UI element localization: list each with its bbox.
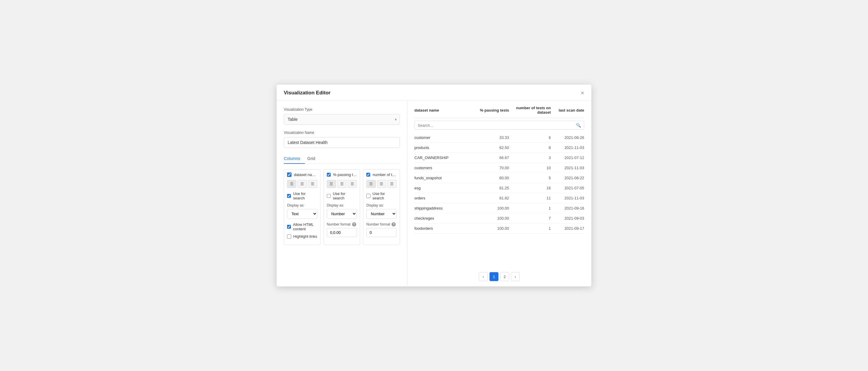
align-btns-dataset-name: ☰ ☰ ☰ (287, 180, 317, 188)
table-row: products 62.50 8 2021-11-03 (414, 143, 584, 153)
col-name-passing-tests: % passing tests (333, 173, 357, 177)
viz-type-select[interactable]: Table (284, 114, 400, 125)
display-as-select-dataset-name[interactable]: Text Number Date (287, 209, 317, 219)
viz-type-select-wrapper: Table ▾ (284, 114, 400, 125)
td-date-6: 2021-11-03 (551, 196, 584, 200)
td-dataset-0: customer (414, 135, 475, 140)
align-center-btn-num-tests[interactable]: ☰ (377, 180, 386, 188)
td-dataset-6: orders (414, 196, 475, 200)
use-for-search-row-dataset-name: Use for search (287, 191, 317, 200)
td-date-3: 2021-11-03 (551, 165, 584, 170)
table-row: foodorders 100.00 1 2021-09-17 (414, 223, 584, 234)
pagination-next-btn[interactable]: › (511, 272, 520, 281)
align-right-btn-num-tests[interactable]: ☰ (388, 180, 397, 188)
viz-name-label: Visualization Name (284, 131, 400, 135)
align-btns-num-tests: ☰ ☰ ☰ (366, 180, 397, 188)
align-btns-passing-tests: ☰ ☰ ☰ (327, 180, 357, 188)
align-center-btn-passing-tests[interactable]: ☰ (337, 180, 346, 188)
viz-type-label: Visualization Type (284, 107, 400, 112)
td-passing-4: 80.00 (475, 176, 509, 180)
modal-body: Visualization Type Table ▾ Visualization… (277, 100, 591, 286)
display-as-select-passing-tests[interactable]: Text Number Date (327, 209, 357, 219)
td-passing-7: 100.00 (475, 206, 509, 210)
td-num-2: 3 (509, 156, 551, 160)
td-dataset-8: checkregex (414, 216, 475, 220)
use-for-search-checkbox-num-tests[interactable] (366, 194, 370, 198)
num-format-text-num-tests: Number format (366, 222, 390, 226)
allow-html-checkbox[interactable] (287, 225, 291, 229)
th-last-scan: last scan date (551, 108, 584, 113)
left-panel: Visualization Type Table ▾ Visualization… (277, 100, 407, 286)
col-card-passing-tests: % passing tests ☰ ☰ ☰ Use for search Dis… (323, 169, 361, 245)
use-for-search-row-passing-tests: Use for search (327, 191, 357, 200)
col-card-dataset-name: dataset name ☰ ☰ ☰ Use for search Displa… (284, 169, 320, 245)
align-right-btn-dataset-name[interactable]: ☰ (308, 180, 317, 188)
col-checkbox-num-tests[interactable] (366, 173, 370, 177)
table-row: customer 33.33 6 2021-08-26 (414, 133, 584, 143)
td-dataset-4: funds_snapshot (414, 176, 475, 180)
tabs-row: Columns Grid (284, 154, 400, 164)
col-checkbox-passing-tests[interactable] (327, 173, 331, 177)
visualization-editor-modal: Visualization Editor × Visualization Typ… (277, 85, 591, 286)
pagination-page-2-btn[interactable]: 2 (500, 272, 509, 281)
viz-name-input[interactable] (284, 137, 400, 148)
td-num-7: 1 (509, 206, 551, 210)
search-icon: 🔍 (576, 123, 581, 128)
td-date-1: 2021-11-03 (551, 146, 584, 150)
table-row: shippingaddress 100.00 1 2021-09-16 (414, 203, 584, 213)
col-checkbox-dataset-name[interactable] (287, 173, 291, 177)
td-passing-3: 70.00 (475, 165, 509, 170)
td-dataset-7: shippingaddress (414, 206, 475, 210)
help-icon-num-tests: ? (392, 222, 396, 226)
th-num-tests: number of tests on dataset (509, 106, 551, 115)
align-left-btn-num-tests[interactable]: ☰ (366, 180, 375, 188)
tab-grid[interactable]: Grid (307, 154, 320, 164)
modal-header: Visualization Editor × (277, 85, 591, 100)
table-row: CAR_OWNERSHIP 66.67 3 2021-07-12 (414, 153, 584, 163)
use-for-search-checkbox-passing-tests[interactable] (327, 194, 331, 198)
td-dataset-2: CAR_OWNERSHIP (414, 156, 475, 160)
td-passing-0: 33.33 (475, 135, 509, 140)
td-date-7: 2021-09-16 (551, 206, 584, 210)
pagination: ‹ 1 2 › (414, 268, 584, 281)
align-right-btn-passing-tests[interactable]: ☰ (348, 180, 357, 188)
tab-columns[interactable]: Columns (284, 154, 305, 164)
num-format-label-passing-tests: Number format ? (327, 222, 357, 226)
td-passing-8: 100.00 (475, 216, 509, 220)
td-dataset-3: customers (414, 165, 475, 170)
align-left-btn-passing-tests[interactable]: ☰ (327, 180, 336, 188)
td-passing-9: 100.00 (475, 226, 509, 230)
close-button[interactable]: × (581, 90, 584, 96)
align-left-btn-dataset-name[interactable]: ☰ (287, 180, 296, 188)
align-center-btn-dataset-name[interactable]: ☰ (298, 180, 307, 188)
col-name-num-tests: number of tests on (373, 173, 397, 177)
num-format-input-passing-tests[interactable] (327, 228, 357, 237)
td-date-0: 2021-08-26 (551, 135, 584, 140)
col-header-dataset-name: dataset name (287, 173, 317, 177)
td-num-6: 11 (509, 196, 551, 200)
table-row: checkregex 100.00 7 2021-09-03 (414, 213, 584, 223)
pagination-page-1-btn[interactable]: 1 (490, 272, 498, 281)
table-row: funds_snapshot 80.00 5 2021-08-22 (414, 173, 584, 183)
col-header-passing-tests: % passing tests (327, 173, 357, 177)
table-row: customers 70.00 10 2021-11-03 (414, 163, 584, 173)
td-num-8: 7 (509, 216, 551, 220)
right-panel: dataset name % passing tests number of t… (407, 100, 591, 286)
display-as-label-passing-tests: Display as: (327, 203, 357, 208)
display-as-select-num-tests[interactable]: Text Number Date (366, 209, 397, 219)
col-header-num-tests: number of tests on (366, 173, 397, 177)
table-row: orders 81.82 11 2021-11-03 (414, 193, 584, 203)
highlight-links-checkbox[interactable] (287, 235, 291, 239)
search-input[interactable] (418, 123, 576, 128)
data-table: customer 33.33 6 2021-08-26 products 62.… (414, 133, 584, 268)
num-format-input-num-tests[interactable] (366, 228, 397, 237)
use-for-search-checkbox-dataset-name[interactable] (287, 194, 291, 198)
use-for-search-label-dataset-name: Use for search (293, 191, 317, 200)
allow-html-row: Allow HTML content (287, 222, 317, 231)
table-header-row: dataset name % passing tests number of t… (414, 106, 584, 118)
td-date-5: 2021-07-05 (551, 186, 584, 190)
pagination-prev-btn[interactable]: ‹ (479, 272, 488, 281)
td-dataset-5: esg (414, 186, 475, 190)
td-num-5: 16 (509, 186, 551, 190)
display-as-label-dataset-name: Display as: (287, 203, 317, 208)
